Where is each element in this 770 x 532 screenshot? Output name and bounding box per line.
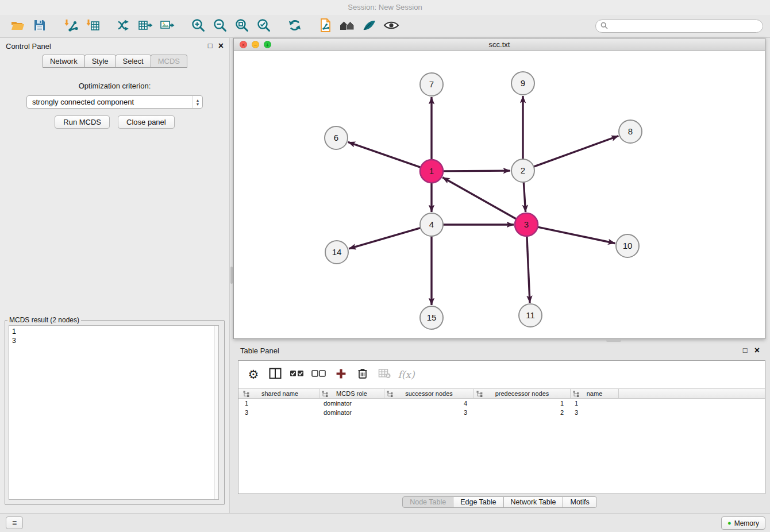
gear-icon: ⚙ (248, 368, 259, 381)
show-columns-button[interactable] (266, 365, 284, 384)
save-floppy-icon (33, 19, 46, 34)
splitter-grip-icon[interactable] (606, 340, 621, 342)
memory-button[interactable]: ● Memory (721, 516, 765, 530)
search-input[interactable] (611, 22, 758, 30)
delete-column-button[interactable] (353, 365, 372, 384)
network-window-titlebar[interactable]: × − + scc.txt (234, 38, 765, 51)
graph-edge-1-2[interactable] (443, 171, 510, 171)
sort-column-icon (243, 391, 249, 398)
import-network-icon (63, 18, 78, 34)
apply-style-button[interactable] (359, 17, 380, 36)
column-header-label: name (587, 390, 603, 397)
columns-icon (269, 368, 282, 381)
zoom-selected-button[interactable] (253, 17, 275, 36)
zoom-out-icon (213, 18, 228, 35)
export-image-button[interactable] (156, 17, 178, 36)
panel-splitter-horizontal[interactable] (467, 339, 761, 343)
graph-edge-2-8[interactable] (534, 136, 619, 167)
import-table-file-button[interactable] (82, 17, 103, 36)
table-panel-title: Table Panel (240, 346, 279, 355)
column-header-successor-nodes[interactable]: successor nodes (384, 389, 474, 398)
trash-icon (357, 368, 368, 381)
close-panel-icon[interactable]: × (218, 42, 224, 50)
tab-motifs[interactable]: Motifs (563, 496, 596, 508)
float-panel-icon[interactable]: □ (208, 42, 213, 50)
graph-edge-2-3[interactable] (523, 182, 525, 212)
network-merge-button[interactable] (113, 17, 134, 36)
dropdown-stepper-icon: ▴▾ (192, 96, 202, 108)
new-network-from-selection-button[interactable] (315, 17, 337, 36)
table-cell: 4 (384, 400, 474, 407)
splitter-grip-icon[interactable] (230, 267, 233, 284)
column-header-name[interactable]: name (571, 389, 619, 398)
zoom-fit-button[interactable] (231, 17, 253, 36)
column-header-mcds-role[interactable]: MCDS role (319, 389, 384, 398)
window-title: Session: New Session (348, 3, 422, 11)
table-panel: Table Panel □ × ⚙ (233, 343, 765, 510)
tab-mcds[interactable]: MCDS (151, 55, 187, 68)
run-mcds-button[interactable]: Run MCDS (55, 115, 110, 129)
memory-button-label: Memory (734, 519, 759, 527)
graph-edge-1-6[interactable] (348, 142, 421, 167)
import-network-file-button[interactable] (60, 17, 82, 36)
zoom-in-icon (191, 18, 206, 35)
network-canvas[interactable]: 7968124314101511 (234, 51, 765, 338)
network-graph[interactable]: 7968124314101511 (234, 51, 765, 338)
tab-select[interactable]: Select (116, 55, 151, 68)
select-all-button[interactable] (288, 365, 306, 384)
graph-edge-4-14[interactable] (349, 228, 421, 249)
tab-edge-table[interactable]: Edge Table (453, 496, 503, 508)
fx-icon: f(x) (398, 369, 414, 380)
table-cell: 2 (474, 409, 571, 416)
close-panel-button[interactable]: Close panel (118, 115, 175, 129)
export-image-icon (160, 18, 175, 34)
graph-node-label: 6 (334, 133, 338, 142)
column-header-label: shared name (261, 390, 298, 397)
home-button[interactable] (337, 17, 359, 36)
column-header-shared-name[interactable]: shared name (241, 389, 319, 398)
main-toolbar (0, 15, 770, 38)
tab-node-table[interactable]: Node Table (402, 496, 453, 508)
add-column-button[interactable] (332, 365, 350, 384)
mcds-result-title: MCDS result (2 nodes) (7, 316, 81, 324)
window-titlebar: Session: New Session (0, 0, 770, 15)
status-menu-button[interactable]: ≡ (6, 516, 23, 529)
function-builder-button: f(x) (397, 365, 415, 384)
search-box[interactable] (595, 20, 763, 33)
sort-column-icon (476, 391, 483, 398)
graph-node-label: 3 (524, 219, 529, 229)
table-cell: 1 (474, 400, 571, 407)
tab-network-table[interactable]: Network Table (503, 496, 564, 508)
table-row[interactable]: 1dominator411 (241, 399, 765, 408)
mcds-result-list[interactable]: 13 (9, 325, 219, 500)
export-table-button[interactable] (134, 17, 156, 36)
graph-edge-3-11[interactable] (527, 236, 530, 303)
export-table-icon (138, 18, 153, 34)
document-network-icon (319, 18, 333, 35)
select-all-icon (290, 369, 305, 380)
table-row[interactable]: 3dominator323 (241, 408, 765, 417)
result-scrollbar[interactable] (214, 326, 218, 499)
tab-style[interactable]: Style (84, 55, 116, 68)
open-file-button[interactable] (7, 17, 29, 36)
zoom-in-button[interactable] (187, 17, 209, 36)
column-header-predecessor-nodes[interactable]: predecessor nodes (474, 389, 571, 398)
table-cell: 1 (241, 400, 319, 407)
optimization-dropdown[interactable]: strongly connected component ▴▾ (26, 95, 203, 109)
shuffle-arrows-icon (116, 18, 131, 34)
graph-edge-3-10[interactable] (538, 227, 615, 243)
refresh-icon (287, 18, 302, 34)
float-table-panel-icon[interactable]: □ (743, 346, 748, 354)
application-window: Session: New Session (0, 0, 770, 532)
save-session-button[interactable] (29, 17, 51, 36)
close-table-panel-icon[interactable]: × (754, 346, 760, 354)
control-panel: Control Panel □ × NetworkStyleSelectMCDS… (0, 38, 230, 513)
tab-network[interactable]: Network (43, 55, 85, 68)
deselect-all-button[interactable] (310, 365, 328, 384)
zoom-out-button[interactable] (209, 17, 231, 36)
show-graphics-details-button[interactable] (380, 17, 402, 36)
table-settings-button[interactable]: ⚙ (244, 365, 263, 384)
graph-edge-3-1[interactable] (442, 178, 516, 219)
refresh-view-button[interactable] (284, 17, 306, 36)
table-panel-body: ⚙ (238, 360, 765, 494)
